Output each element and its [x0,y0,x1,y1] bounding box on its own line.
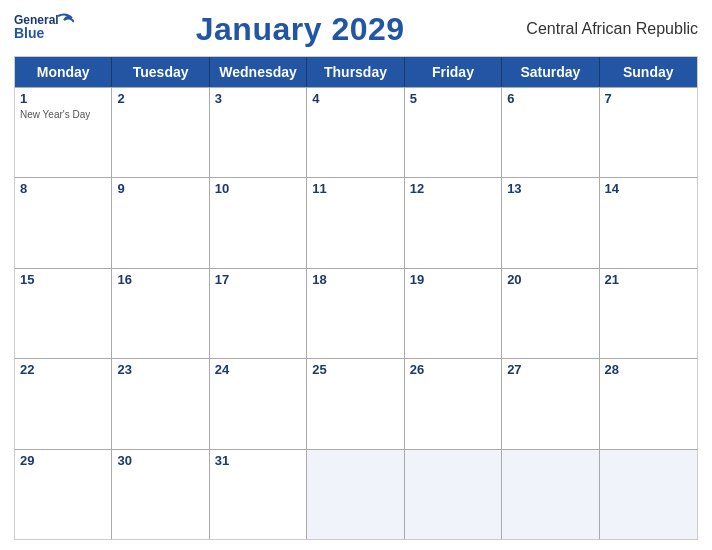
calendar-cell-w2d3: 10 [210,178,307,267]
calendar-cell-w1d1: 1New Year's Day [15,88,112,177]
calendar-cell-w2d7: 14 [600,178,697,267]
calendar-body: 1New Year's Day2345678910111213141516171… [15,87,697,539]
day-number: 16 [117,272,203,287]
day-number: 25 [312,362,398,377]
calendar-cell-w3d2: 16 [112,269,209,358]
calendar-week-4: 22232425262728 [15,358,697,448]
day-number: 24 [215,362,301,377]
svg-text:Blue: Blue [14,25,45,41]
calendar-cell-w2d4: 11 [307,178,404,267]
calendar-cell-w4d7: 28 [600,359,697,448]
calendar-cell-w4d5: 26 [405,359,502,448]
logo: General Blue [14,10,74,48]
day-number: 17 [215,272,301,287]
calendar-cell-w1d2: 2 [112,88,209,177]
weekday-friday: Friday [405,57,502,87]
day-number: 15 [20,272,106,287]
day-number: 12 [410,181,496,196]
day-event: New Year's Day [20,108,106,121]
calendar-cell-w3d1: 15 [15,269,112,358]
calendar-cell-w5d5 [405,450,502,539]
weekday-tuesday: Tuesday [112,57,209,87]
calendar-cell-w5d1: 29 [15,450,112,539]
calendar-week-3: 15161718192021 [15,268,697,358]
day-number: 5 [410,91,496,106]
calendar-cell-w2d1: 8 [15,178,112,267]
day-number: 4 [312,91,398,106]
day-number: 20 [507,272,593,287]
day-number: 14 [605,181,692,196]
calendar-cell-w2d2: 9 [112,178,209,267]
calendar-page: General Blue January 2029 Central Africa… [0,0,712,550]
weekday-monday: Monday [15,57,112,87]
weekday-saturday: Saturday [502,57,599,87]
day-number: 1 [20,91,106,106]
day-number: 29 [20,453,106,468]
day-number: 2 [117,91,203,106]
calendar-cell-w1d5: 5 [405,88,502,177]
calendar-week-1: 1New Year's Day234567 [15,87,697,177]
header: General Blue January 2029 Central Africa… [14,10,698,48]
day-number: 23 [117,362,203,377]
weekday-sunday: Sunday [600,57,697,87]
calendar-cell-w3d6: 20 [502,269,599,358]
day-number: 7 [605,91,692,106]
calendar-cell-w2d6: 13 [502,178,599,267]
calendar-cell-w4d2: 23 [112,359,209,448]
calendar-cell-w2d5: 12 [405,178,502,267]
calendar-cell-w1d4: 4 [307,88,404,177]
calendar-week-2: 891011121314 [15,177,697,267]
day-number: 13 [507,181,593,196]
day-number: 19 [410,272,496,287]
calendar-cell-w4d3: 24 [210,359,307,448]
calendar-cell-w3d3: 17 [210,269,307,358]
calendar-cell-w5d3: 31 [210,450,307,539]
day-number: 30 [117,453,203,468]
day-number: 31 [215,453,301,468]
day-number: 3 [215,91,301,106]
calendar-cell-w4d4: 25 [307,359,404,448]
calendar-title: January 2029 [74,11,526,48]
day-number: 8 [20,181,106,196]
country-label: Central African Republic [526,20,698,38]
day-number: 11 [312,181,398,196]
weekday-wednesday: Wednesday [210,57,307,87]
day-number: 26 [410,362,496,377]
calendar-cell-w1d7: 7 [600,88,697,177]
day-number: 9 [117,181,203,196]
day-number: 21 [605,272,692,287]
calendar-cell-w4d6: 27 [502,359,599,448]
day-number: 27 [507,362,593,377]
calendar-cell-w3d4: 18 [307,269,404,358]
calendar-cell-w3d7: 21 [600,269,697,358]
day-number: 28 [605,362,692,377]
day-number: 18 [312,272,398,287]
calendar-cell-w5d6 [502,450,599,539]
weekday-thursday: Thursday [307,57,404,87]
calendar-cell-w5d4 [307,450,404,539]
calendar-cell-w5d7 [600,450,697,539]
calendar-cell-w4d1: 22 [15,359,112,448]
calendar-cell-w5d2: 30 [112,450,209,539]
logo-icon: General Blue [14,10,74,48]
calendar-cell-w1d3: 3 [210,88,307,177]
day-number: 22 [20,362,106,377]
calendar: Monday Tuesday Wednesday Thursday Friday… [14,56,698,540]
title-block: January 2029 [74,11,526,48]
day-number: 6 [507,91,593,106]
calendar-week-5: 293031 [15,449,697,539]
calendar-header: Monday Tuesday Wednesday Thursday Friday… [15,57,697,87]
calendar-cell-w3d5: 19 [405,269,502,358]
day-number: 10 [215,181,301,196]
calendar-cell-w1d6: 6 [502,88,599,177]
